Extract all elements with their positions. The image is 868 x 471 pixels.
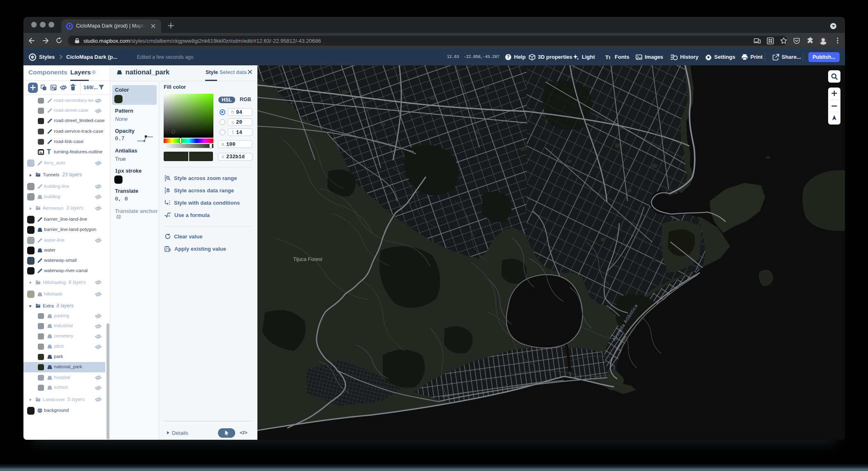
svg-text:Tijuca Forest: Tijuca Forest [293,256,322,262]
svg-text:t: t [609,55,611,60]
svg-text:?: ? [507,54,509,59]
